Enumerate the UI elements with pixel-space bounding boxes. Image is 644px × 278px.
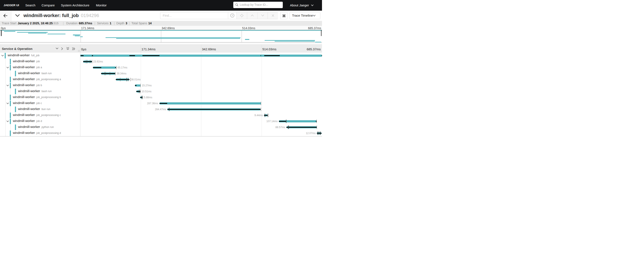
svg-text:?: ? (232, 14, 233, 17)
